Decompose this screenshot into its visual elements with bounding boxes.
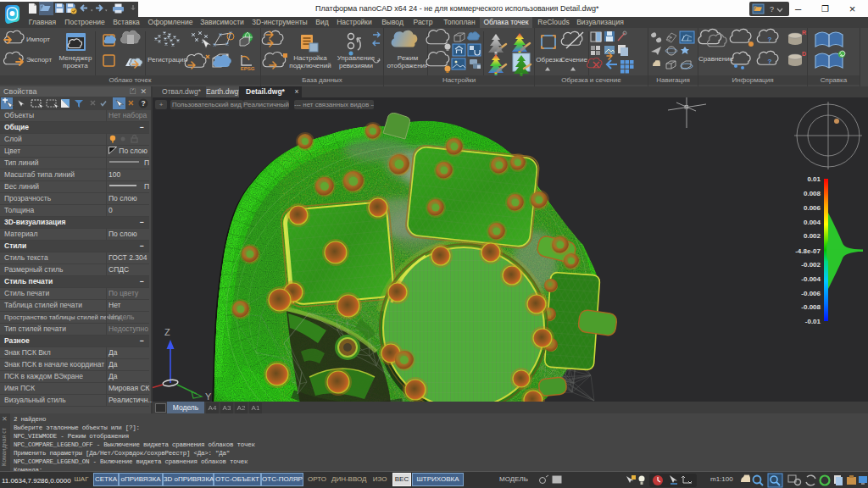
svg-text:0.01: 0.01 — [807, 175, 821, 183]
svg-text:?: ? — [768, 36, 772, 43]
svg-text:EPSG: EPSG — [241, 66, 255, 71]
svg-text:-0.008: -0.008 — [801, 303, 821, 311]
svg-text:0.008: 0.008 — [804, 190, 821, 197]
svg-text:?: ? — [770, 5, 774, 14]
svg-text:D: D — [802, 51, 806, 57]
svg-text:0.004: 0.004 — [804, 219, 821, 226]
svg-text:?: ? — [141, 99, 145, 108]
svg-text:-0.01: -0.01 — [805, 318, 821, 325]
svg-text:?: ? — [768, 58, 772, 65]
svg-text:Z: Z — [164, 327, 170, 337]
svg-text:-0.006: -0.006 — [801, 290, 821, 297]
svg-text:-4.8e-07: -4.8e-07 — [795, 247, 821, 255]
svg-text:R: R — [802, 30, 806, 36]
svg-text:-0.004: -0.004 — [801, 275, 821, 283]
svg-text:0.006: 0.006 — [804, 204, 821, 212]
svg-text:0.002: 0.002 — [804, 232, 821, 240]
svg-text:-0.002: -0.002 — [801, 261, 821, 269]
svg-text:Y: Y — [205, 391, 212, 402]
